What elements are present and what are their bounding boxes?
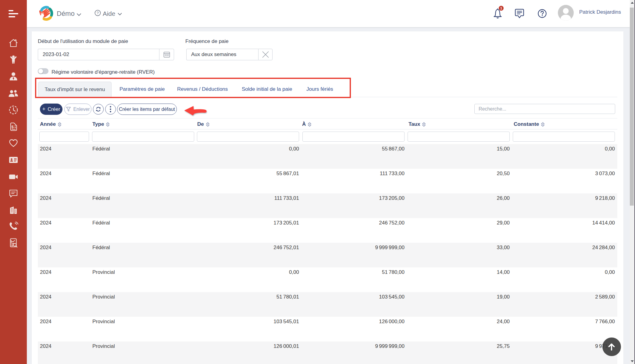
svg-text:?: ? [97, 11, 99, 15]
svg-text:$: $ [11, 125, 14, 129]
